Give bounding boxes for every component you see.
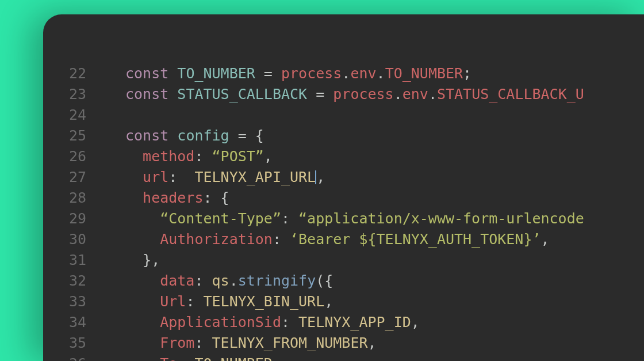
code-line[interactable]: To: TO_NUMBER,	[125, 354, 644, 361]
code-token	[125, 314, 160, 330]
code-token	[125, 210, 160, 227]
code-token: ,	[316, 169, 325, 185]
code-token	[125, 335, 160, 351]
code-token: ,	[324, 293, 333, 310]
line-number: 32	[43, 271, 86, 291]
code-line[interactable]: Url: TELNYX_BIN_URL,	[125, 291, 644, 312]
code-line[interactable]: “Content-Type”: “application/x-www-form-…	[125, 208, 644, 229]
code-token: ApplicationSid	[160, 314, 281, 330]
code-token: ‘Bearer ${TELNYX_AUTH_TOKEN}’	[290, 231, 541, 248]
code-line[interactable]: headers: {	[125, 188, 644, 208]
code-token: ,	[368, 335, 377, 351]
code-line[interactable]: url: TELNYX_API_URL,	[125, 167, 644, 188]
code-editor-window: 222324252627282930313233343536 const TO_…	[43, 14, 644, 361]
code-token: TO_NUMBER	[385, 65, 463, 82]
code-token: From	[160, 335, 194, 351]
code-token: .	[394, 86, 402, 102]
code-token: TO_NUMBER	[177, 65, 255, 82]
line-number: 25	[43, 126, 86, 146]
code-token: :	[186, 293, 194, 310]
code-line[interactable]: From: TELNYX_FROM_NUMBER,	[125, 333, 644, 354]
code-token: headers	[143, 189, 203, 206]
code-token: const	[125, 127, 168, 144]
code-token	[255, 65, 264, 82]
code-token	[125, 293, 160, 310]
code-token: TELNYX_API_URL	[186, 169, 316, 185]
code-token: config	[177, 127, 229, 144]
code-token	[290, 314, 298, 330]
code-area[interactable]: const TO_NUMBER = process.env.TO_NUMBER;…	[98, 63, 644, 361]
code-line[interactable]: const STATUS_CALLBACK = process.env.STAT…	[125, 84, 644, 105]
line-number: 24	[43, 105, 86, 126]
code-token	[168, 127, 177, 144]
code-token: :	[273, 231, 281, 248]
code-token: .	[428, 86, 437, 102]
code-token: stringify	[238, 272, 316, 289]
code-token	[125, 169, 143, 185]
code-token	[281, 231, 290, 248]
line-number: 36	[43, 354, 86, 361]
code-token: “application/x-www-form-urlencode	[298, 210, 584, 227]
code-token	[203, 148, 212, 165]
code-line[interactable]: method: “POST”,	[125, 146, 644, 167]
line-number: 31	[43, 250, 86, 271]
code-token: Authorization	[160, 231, 273, 248]
code-line[interactable]: Authorization: ‘Bearer ${TELNYX_AUTH_TOK…	[125, 229, 644, 250]
line-number: 34	[43, 312, 86, 333]
code-line[interactable]: },	[125, 250, 644, 271]
code-token: :	[203, 189, 212, 206]
code-token: ,	[151, 252, 160, 268]
code-token: qs	[212, 272, 229, 289]
code-line[interactable]	[125, 105, 644, 126]
line-number: 23	[43, 84, 86, 105]
code-line[interactable]: const config = {	[125, 126, 644, 146]
code-token	[273, 65, 281, 82]
line-number: 22	[43, 63, 86, 84]
code-token: ,	[273, 355, 281, 361]
code-token: :	[168, 169, 177, 185]
editor-content: 222324252627282930313233343536 const TO_…	[43, 14, 644, 361]
code-token: :	[194, 148, 203, 165]
code-token: .	[377, 65, 385, 82]
code-token: TELNYX_APP_ID	[298, 314, 411, 330]
code-token	[125, 231, 160, 248]
code-token: TELNYX_BIN_URL	[204, 293, 325, 310]
code-token: To	[160, 355, 177, 361]
code-line[interactable]: const TO_NUMBER = process.env.TO_NUMBER;	[125, 63, 644, 84]
code-token: :	[281, 210, 290, 227]
code-token	[204, 272, 212, 289]
code-token: :	[194, 335, 203, 351]
code-token: method	[143, 148, 194, 165]
code-token: :	[177, 355, 186, 361]
code-token	[125, 189, 143, 206]
code-token	[290, 210, 298, 227]
code-token	[194, 293, 203, 310]
code-token: url	[143, 169, 168, 185]
code-token	[204, 335, 212, 351]
code-token: {	[324, 272, 333, 289]
code-token: {	[221, 189, 229, 206]
code-token: const	[125, 65, 168, 82]
code-token: process	[281, 65, 342, 82]
code-token: STATUS_CALLBACK_U	[437, 86, 584, 102]
code-token: Url	[160, 293, 186, 310]
code-token	[177, 169, 186, 185]
code-token: STATUS_CALLBACK	[177, 86, 307, 102]
code-token: “Content-Type”	[160, 210, 281, 227]
code-token: :	[281, 314, 290, 330]
code-token: env	[402, 86, 428, 102]
code-token: ,	[264, 148, 273, 165]
line-number: 26	[43, 146, 86, 167]
code-token: .	[229, 272, 238, 289]
code-token: TO_NUMBER	[194, 355, 272, 361]
code-token	[247, 127, 255, 144]
code-line[interactable]: data: qs.stringify({	[125, 271, 644, 291]
code-token	[324, 86, 333, 102]
code-token: (	[316, 272, 324, 289]
line-number: 29	[43, 208, 86, 229]
code-line[interactable]: ApplicationSid: TELNYX_APP_ID,	[125, 312, 644, 333]
code-token: =	[238, 127, 247, 144]
code-token: “POST”	[212, 148, 264, 165]
line-number: 28	[43, 188, 86, 208]
line-number: 33	[43, 291, 86, 312]
